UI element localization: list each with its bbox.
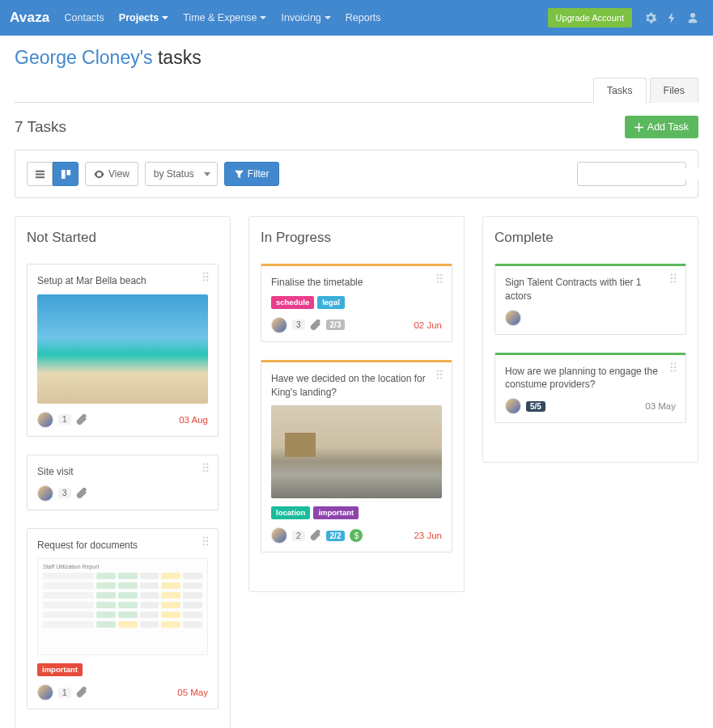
task-card[interactable]: Sign Talent Contracts with tier 1 actors	[494, 264, 686, 335]
comment-count[interactable]: 1	[58, 688, 71, 698]
comment-count[interactable]: 2	[292, 531, 305, 541]
bolt-icon[interactable]	[666, 12, 677, 23]
tag-schedule[interactable]: schedule	[271, 296, 314, 309]
nav-contacts[interactable]: Contacts	[65, 12, 104, 23]
chevron-down-icon	[260, 16, 266, 19]
due-date: 03 May	[645, 401, 676, 411]
attachment-icon[interactable]	[76, 414, 87, 425]
search-field[interactable]	[584, 168, 706, 180]
attachment-icon[interactable]	[76, 687, 87, 698]
avatar[interactable]	[505, 398, 521, 414]
due-date: 02 Jun	[414, 320, 442, 330]
due-date: 23 Jun	[414, 531, 442, 540]
task-title: Request for documents	[37, 539, 208, 552]
comment-count[interactable]: 3	[292, 320, 305, 330]
billable-icon[interactable]: $	[350, 529, 363, 542]
drag-handle-icon[interactable]	[668, 273, 679, 284]
task-card[interactable]: How are we planning to engage the constu…	[494, 353, 686, 424]
tab-files[interactable]: Files	[650, 78, 698, 103]
task-card[interactable]: Have we decided on the location for King…	[261, 360, 452, 553]
avatar[interactable]	[271, 317, 287, 333]
add-task-button[interactable]: Add Task	[625, 116, 698, 138]
task-title: Site visit	[37, 465, 208, 479]
task-count: 7 Tasks	[15, 118, 66, 136]
gear-icon[interactable]	[645, 12, 656, 23]
avatar[interactable]	[37, 684, 53, 700]
board-view-button[interactable]	[53, 162, 79, 186]
due-date: 05 May	[177, 688, 208, 697]
column-in-progress: In Progress Finalise the timetable sched…	[248, 216, 465, 592]
page-title: George Cloney's tasks	[15, 47, 698, 69]
task-image: Staff Utilization Report	[37, 558, 208, 655]
comment-count[interactable]: 3	[58, 488, 71, 498]
task-title: Sign Talent Contracts with tier 1 actors	[505, 276, 676, 303]
tag-important[interactable]: important	[313, 506, 359, 519]
drag-handle-icon[interactable]	[434, 369, 445, 380]
chevron-down-icon	[162, 16, 168, 19]
tab-tasks[interactable]: Tasks	[593, 78, 647, 103]
avatar[interactable]	[271, 527, 287, 544]
task-card[interactable]: Request for documents Staff Utilization …	[27, 528, 219, 710]
avatar[interactable]	[37, 412, 53, 428]
checklist-progress[interactable]: 2/2	[326, 531, 346, 541]
group-by-select[interactable]: by Status	[145, 162, 218, 186]
task-image	[271, 405, 442, 498]
filter-button[interactable]: Filter	[224, 162, 280, 186]
task-title: Have we decided on the location for King…	[271, 372, 442, 400]
drag-handle-icon[interactable]	[200, 535, 211, 547]
checklist-progress[interactable]: 5/5	[526, 401, 545, 412]
column-title: Complete	[494, 230, 686, 246]
due-date: 03 Aug	[179, 415, 208, 425]
nav-invoicing[interactable]: Invoicing	[281, 12, 330, 23]
nav-projects[interactable]: Projects	[119, 12, 168, 23]
tag-location[interactable]: location	[271, 506, 310, 519]
task-title: Setup at Mar Bella beach	[37, 274, 208, 288]
task-card[interactable]: Site visit 3	[27, 455, 219, 510]
content-tabs: Tasks Files	[15, 77, 698, 103]
drag-handle-icon[interactable]	[668, 362, 679, 373]
avatar[interactable]	[505, 310, 521, 326]
user-icon[interactable]	[687, 12, 698, 23]
checklist-progress[interactable]: 2/3	[326, 320, 346, 330]
avatar[interactable]	[37, 485, 53, 502]
column-complete: Complete Sign Talent Contracts with tier…	[482, 216, 698, 463]
task-card[interactable]: Setup at Mar Bella beach 1 03 Aug	[27, 264, 219, 437]
owner-name[interactable]: George Cloney's	[15, 47, 153, 68]
tag-legal[interactable]: legal	[317, 296, 345, 309]
column-title: In Progress	[261, 230, 452, 246]
nav-reports[interactable]: Reports	[346, 12, 381, 23]
task-card[interactable]: Finalise the timetable schedule legal 3 …	[261, 264, 452, 342]
drag-handle-icon[interactable]	[200, 462, 211, 473]
task-image	[37, 294, 208, 404]
list-view-button[interactable]	[27, 162, 53, 186]
kanban-board: Not Started Setup at Mar Bella beach 1 0…	[15, 216, 698, 728]
attachment-icon[interactable]	[310, 530, 321, 541]
search-input[interactable]	[577, 162, 686, 186]
top-navbar: Avaza Contacts Projects Time & Expense I…	[0, 0, 713, 36]
attachment-icon[interactable]	[310, 320, 321, 331]
column-title: Not Started	[27, 230, 219, 246]
task-title: Finalise the timetable	[271, 276, 442, 290]
comment-count[interactable]: 1	[58, 414, 71, 425]
upgrade-account-button[interactable]: Upgrade Account	[548, 8, 632, 28]
drag-handle-icon[interactable]	[200, 271, 211, 282]
brand-logo[interactable]: Avaza	[10, 10, 50, 26]
nav-time-expense[interactable]: Time & Expense	[183, 12, 266, 23]
attachment-icon[interactable]	[76, 488, 87, 499]
tag-important[interactable]: important	[37, 663, 83, 676]
column-not-started: Not Started Setup at Mar Bella beach 1 0…	[15, 216, 231, 728]
chevron-down-icon	[325, 16, 331, 19]
view-options-button[interactable]: View	[85, 162, 138, 186]
drag-handle-icon[interactable]	[434, 273, 445, 284]
task-title: How are we planning to engage the constu…	[505, 365, 676, 392]
toolbar: View by Status Filter	[15, 150, 698, 198]
